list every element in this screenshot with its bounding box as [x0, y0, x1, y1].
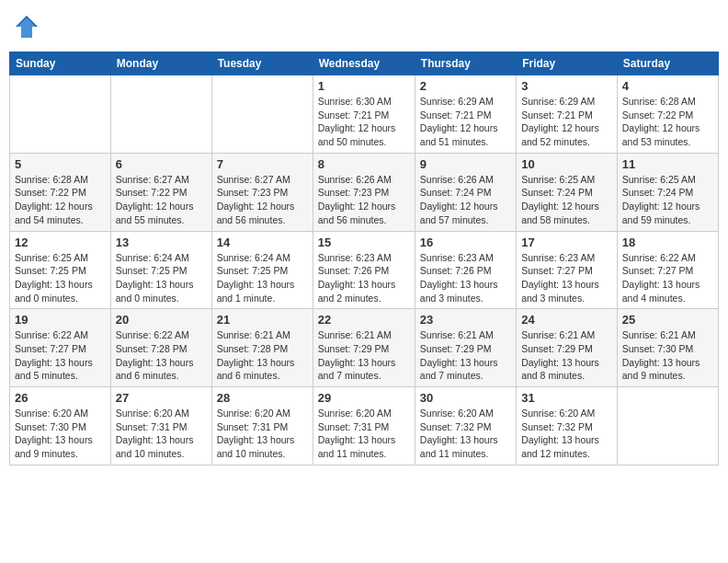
day-info: Sunrise: 6:21 AM Sunset: 7:29 PM Dayligh… — [318, 328, 410, 383]
calendar-cell: 8Sunrise: 6:26 AM Sunset: 7:23 PM Daylig… — [313, 153, 415, 231]
calendar-cell: 27Sunrise: 6:20 AM Sunset: 7:31 PM Dayli… — [110, 387, 211, 465]
day-number: 14 — [217, 236, 308, 249]
day-number: 18 — [622, 236, 713, 249]
weekday-header-wednesday: Wednesday — [313, 52, 415, 75]
day-info: Sunrise: 6:25 AM Sunset: 7:24 PM Dayligh… — [622, 173, 713, 227]
day-number: 23 — [420, 313, 511, 327]
day-info: Sunrise: 6:26 AM Sunset: 7:24 PM Dayligh… — [420, 173, 511, 227]
calendar-cell: 25Sunrise: 6:21 AM Sunset: 7:30 PM Dayli… — [617, 309, 718, 387]
calendar-header: SundayMondayTuesdayWednesdayThursdayFrid… — [10, 52, 719, 75]
day-info: Sunrise: 6:24 AM Sunset: 7:25 PM Dayligh… — [116, 251, 207, 305]
day-number: 13 — [116, 236, 207, 249]
calendar-cell: 14Sunrise: 6:24 AM Sunset: 7:25 PM Dayli… — [211, 231, 313, 309]
day-info: Sunrise: 6:22 AM Sunset: 7:28 PM Dayligh… — [116, 328, 207, 383]
weekday-header-monday: Monday — [110, 52, 211, 75]
calendar-cell: 9Sunrise: 6:26 AM Sunset: 7:24 PM Daylig… — [415, 153, 516, 231]
day-info: Sunrise: 6:20 AM Sunset: 7:30 PM Dayligh… — [15, 407, 106, 461]
calendar-cell: 30Sunrise: 6:20 AM Sunset: 7:32 PM Dayli… — [415, 387, 516, 465]
calendar-week-3: 12Sunrise: 6:25 AM Sunset: 7:25 PM Dayli… — [10, 231, 719, 309]
day-number: 8 — [318, 157, 410, 171]
day-number: 9 — [420, 157, 511, 171]
calendar-cell: 18Sunrise: 6:22 AM Sunset: 7:27 PM Dayli… — [617, 231, 718, 309]
page-header — [9, 9, 719, 44]
day-number: 31 — [521, 391, 612, 405]
calendar-cell: 10Sunrise: 6:25 AM Sunset: 7:24 PM Dayli… — [517, 153, 618, 231]
calendar-cell: 28Sunrise: 6:20 AM Sunset: 7:31 PM Dayli… — [211, 387, 313, 465]
day-number: 3 — [521, 79, 612, 93]
logo — [14, 14, 42, 40]
day-info: Sunrise: 6:23 AM Sunset: 7:26 PM Dayligh… — [420, 251, 511, 305]
day-number: 15 — [318, 236, 410, 249]
weekday-header-sunday: Sunday — [10, 52, 111, 75]
calendar-cell: 31Sunrise: 6:20 AM Sunset: 7:32 PM Dayli… — [517, 387, 618, 465]
calendar-cell: 26Sunrise: 6:20 AM Sunset: 7:30 PM Dayli… — [10, 387, 111, 465]
day-number: 22 — [318, 313, 410, 327]
day-number: 5 — [15, 157, 106, 171]
day-info: Sunrise: 6:22 AM Sunset: 7:27 PM Dayligh… — [622, 251, 713, 305]
day-info: Sunrise: 6:20 AM Sunset: 7:31 PM Dayligh… — [116, 407, 207, 461]
day-info: Sunrise: 6:28 AM Sunset: 7:22 PM Dayligh… — [622, 95, 713, 149]
calendar-cell: 7Sunrise: 6:27 AM Sunset: 7:23 PM Daylig… — [211, 153, 313, 231]
day-number: 7 — [217, 157, 308, 171]
day-info: Sunrise: 6:26 AM Sunset: 7:23 PM Dayligh… — [318, 173, 410, 227]
day-info: Sunrise: 6:20 AM Sunset: 7:31 PM Dayligh… — [318, 407, 410, 461]
day-number: 24 — [521, 313, 612, 327]
calendar-cell: 23Sunrise: 6:21 AM Sunset: 7:29 PM Dayli… — [415, 309, 516, 387]
calendar-week-2: 5Sunrise: 6:28 AM Sunset: 7:22 PM Daylig… — [10, 153, 719, 231]
day-info: Sunrise: 6:20 AM Sunset: 7:32 PM Dayligh… — [521, 407, 612, 461]
calendar-cell: 16Sunrise: 6:23 AM Sunset: 7:26 PM Dayli… — [415, 231, 516, 309]
logo-icon — [14, 14, 40, 40]
day-number: 25 — [622, 313, 713, 327]
day-number: 26 — [15, 391, 106, 405]
weekday-header-tuesday: Tuesday — [211, 52, 313, 75]
day-number: 10 — [521, 157, 612, 171]
calendar-cell: 4Sunrise: 6:28 AM Sunset: 7:22 PM Daylig… — [617, 75, 718, 154]
calendar-cell: 21Sunrise: 6:21 AM Sunset: 7:28 PM Dayli… — [211, 309, 313, 387]
day-number: 16 — [420, 236, 511, 249]
day-number: 2 — [420, 79, 511, 93]
calendar-cell: 2Sunrise: 6:29 AM Sunset: 7:21 PM Daylig… — [415, 75, 516, 154]
calendar-cell: 5Sunrise: 6:28 AM Sunset: 7:22 PM Daylig… — [10, 153, 111, 231]
calendar-cell: 3Sunrise: 6:29 AM Sunset: 7:21 PM Daylig… — [517, 75, 618, 154]
day-number: 6 — [116, 157, 207, 171]
calendar-body: 1Sunrise: 6:30 AM Sunset: 7:21 PM Daylig… — [10, 75, 719, 465]
day-info: Sunrise: 6:23 AM Sunset: 7:27 PM Dayligh… — [521, 251, 612, 305]
day-info: Sunrise: 6:27 AM Sunset: 7:23 PM Dayligh… — [217, 173, 308, 227]
calendar-week-4: 19Sunrise: 6:22 AM Sunset: 7:27 PM Dayli… — [10, 309, 719, 387]
day-info: Sunrise: 6:21 AM Sunset: 7:29 PM Dayligh… — [420, 328, 511, 383]
calendar-cell: 29Sunrise: 6:20 AM Sunset: 7:31 PM Dayli… — [313, 387, 415, 465]
weekday-header-friday: Friday — [517, 52, 618, 75]
day-info: Sunrise: 6:25 AM Sunset: 7:25 PM Dayligh… — [15, 251, 106, 305]
calendar-week-1: 1Sunrise: 6:30 AM Sunset: 7:21 PM Daylig… — [10, 75, 719, 154]
calendar-cell: 1Sunrise: 6:30 AM Sunset: 7:21 PM Daylig… — [313, 75, 415, 154]
day-info: Sunrise: 6:27 AM Sunset: 7:22 PM Dayligh… — [116, 173, 207, 227]
day-number: 27 — [116, 391, 207, 405]
calendar-cell: 22Sunrise: 6:21 AM Sunset: 7:29 PM Dayli… — [313, 309, 415, 387]
day-info: Sunrise: 6:25 AM Sunset: 7:24 PM Dayligh… — [521, 173, 612, 227]
day-info: Sunrise: 6:30 AM Sunset: 7:21 PM Dayligh… — [318, 95, 410, 149]
calendar-cell — [211, 75, 313, 154]
calendar-cell: 15Sunrise: 6:23 AM Sunset: 7:26 PM Dayli… — [313, 231, 415, 309]
day-info: Sunrise: 6:23 AM Sunset: 7:26 PM Dayligh… — [318, 251, 410, 305]
weekday-header-row: SundayMondayTuesdayWednesdayThursdayFrid… — [10, 52, 719, 75]
day-info: Sunrise: 6:21 AM Sunset: 7:30 PM Dayligh… — [622, 328, 713, 383]
weekday-header-thursday: Thursday — [415, 52, 516, 75]
day-info: Sunrise: 6:21 AM Sunset: 7:28 PM Dayligh… — [217, 328, 308, 383]
day-number: 1 — [318, 79, 410, 93]
day-number: 11 — [622, 157, 713, 171]
day-number: 30 — [420, 391, 511, 405]
calendar-cell: 20Sunrise: 6:22 AM Sunset: 7:28 PM Dayli… — [110, 309, 211, 387]
calendar-cell: 19Sunrise: 6:22 AM Sunset: 7:27 PM Dayli… — [10, 309, 111, 387]
day-info: Sunrise: 6:29 AM Sunset: 7:21 PM Dayligh… — [420, 95, 511, 149]
calendar-cell: 6Sunrise: 6:27 AM Sunset: 7:22 PM Daylig… — [110, 153, 211, 231]
day-number: 21 — [217, 313, 308, 327]
calendar-week-5: 26Sunrise: 6:20 AM Sunset: 7:30 PM Dayli… — [10, 387, 719, 465]
day-number: 17 — [521, 236, 612, 249]
weekday-header-saturday: Saturday — [617, 52, 718, 75]
day-number: 12 — [15, 236, 106, 249]
svg-marker-1 — [17, 17, 36, 38]
calendar-cell: 24Sunrise: 6:21 AM Sunset: 7:29 PM Dayli… — [517, 309, 618, 387]
day-info: Sunrise: 6:21 AM Sunset: 7:29 PM Dayligh… — [521, 328, 612, 383]
day-number: 29 — [318, 391, 410, 405]
day-info: Sunrise: 6:22 AM Sunset: 7:27 PM Dayligh… — [15, 328, 106, 383]
